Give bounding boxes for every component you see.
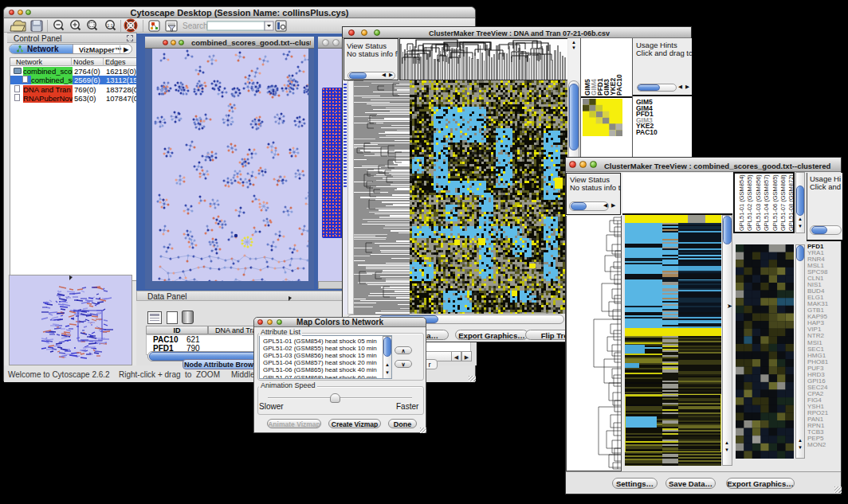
svg-text:Search:: Search:	[183, 21, 210, 30]
svg-text:1:1: 1:1	[107, 23, 113, 28]
